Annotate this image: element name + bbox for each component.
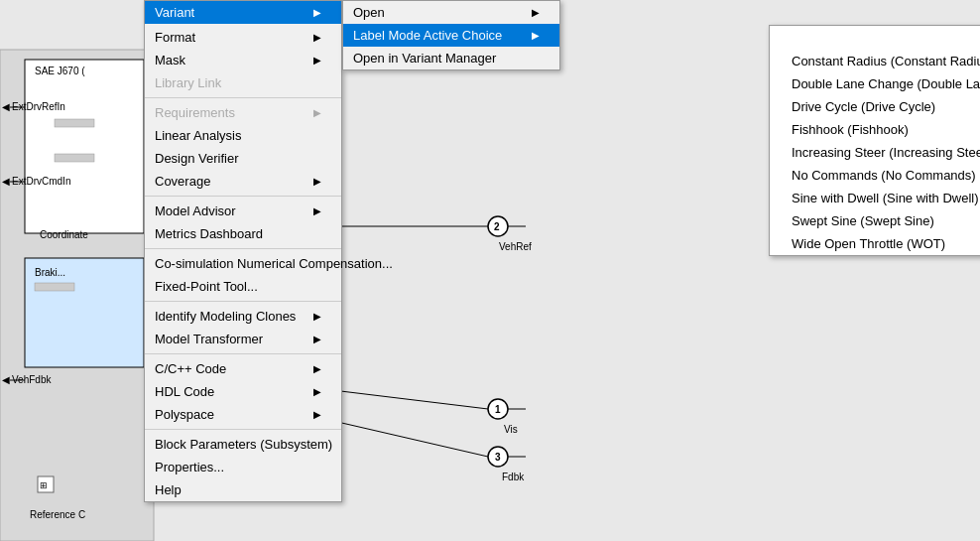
sine-dwell-label: Sine with Dwell (Sine with Dwell) — [792, 191, 979, 205]
metrics-dashboard-label: Metrics Dashboard — [155, 226, 263, 241]
model-advisor-label: Model Advisor — [155, 203, 236, 218]
menu-item-help[interactable]: Help — [145, 478, 341, 501]
menu-item-increasing-steer[interactable]: Increasing Steer (Increasing Steer) — [770, 141, 980, 164]
cosim-label: Co-simulation Numerical Compensation... — [155, 256, 393, 271]
svg-text:3: 3 — [495, 452, 501, 463]
hdl-code-arrow-icon: ▶ — [313, 386, 321, 397]
open-label: Open — [353, 5, 385, 20]
svg-text:Reference C: Reference C — [30, 509, 85, 520]
menu-item-open-variant-mgr[interactable]: Open in Variant Manager — [343, 47, 559, 69]
variant-header-label: Variant — [155, 5, 194, 20]
svg-rect-2 — [25, 60, 144, 233]
menu-item-metrics-dashboard[interactable]: Metrics Dashboard — [145, 222, 341, 245]
svg-text:ExtDrvRefIn: ExtDrvRefIn — [12, 101, 65, 112]
coverage-label: Coverage — [155, 174, 210, 189]
transformer-arrow-icon: ▶ — [313, 334, 321, 344]
menu-item-hdl-code[interactable]: HDL Code ▶ — [145, 380, 341, 403]
svg-text:◀: ◀ — [2, 176, 10, 187]
variant-menu: Variant ▶ Format ▶ Mask ▶ Library Link R… — [144, 0, 342, 502]
polyspace-label: Polyspace — [155, 407, 214, 422]
identify-arrow-icon: ▶ — [313, 311, 321, 322]
svg-text:Vis: Vis — [504, 424, 518, 435]
menu-item-c-code[interactable]: C/C++ Code ▶ — [145, 357, 341, 380]
menu-item-block-params[interactable]: Block Parameters (Subsystem) — [145, 433, 341, 456]
divider-3 — [145, 248, 341, 249]
menu-item-format[interactable]: Format ▶ — [145, 26, 341, 49]
menu-item-model-advisor[interactable]: Model Advisor ▶ — [145, 200, 341, 222]
format-label: Format — [155, 30, 195, 45]
variant-arrow-icon: ▶ — [313, 7, 321, 18]
menu-item-coverage[interactable]: Coverage ▶ — [145, 170, 341, 193]
open-variant-mgr-label: Open in Variant Manager — [353, 51, 496, 66]
label-mode-arrow-icon: ▶ — [532, 30, 540, 41]
menu-item-constant-radius[interactable]: Constant Radius (Constant Radius) — [770, 50, 980, 72]
svg-text:⊞: ⊞ — [40, 480, 48, 490]
constant-radius-label: Constant Radius (Constant Radius) — [792, 54, 980, 68]
variant-submenu: Open ▶ Label Mode Active Choice ▶ Open i… — [342, 0, 560, 70]
svg-text:1: 1 — [495, 404, 501, 415]
menu-item-fixed-point[interactable]: Fixed-Point Tool... — [145, 275, 341, 298]
coverage-arrow-icon: ▶ — [313, 176, 321, 187]
menu-item-properties[interactable]: Properties... — [145, 456, 341, 478]
mask-label: Mask — [155, 53, 185, 68]
mask-arrow-icon: ▶ — [313, 55, 321, 66]
library-link-label: Library Link — [155, 75, 221, 90]
menu-item-design-verifier[interactable]: Design Verifier — [145, 147, 341, 170]
check-icon: ✓ — [772, 31, 782, 45]
model-advisor-arrow-icon: ▶ — [313, 205, 321, 216]
variant-header[interactable]: Variant ▶ — [145, 1, 341, 24]
menu-item-braking-choice[interactable]: ✓ Braking (Braking) ↖ — [770, 26, 980, 50]
svg-rect-11 — [55, 154, 94, 162]
menu-item-polyspace[interactable]: Polyspace ▶ — [145, 403, 341, 426]
swept-sine-label: Swept Sine (Swept Sine) — [792, 213, 934, 228]
menu-item-drive-cycle[interactable]: Drive Cycle (Drive Cycle) — [770, 95, 980, 118]
c-code-label: C/C++ Code — [155, 361, 226, 376]
identify-label: Identify Modeling Clones — [155, 309, 296, 324]
menu-item-transformer[interactable]: Model Transformer ▶ — [145, 328, 341, 350]
svg-text:SAE J670 (: SAE J670 ( — [35, 66, 85, 76]
braking-choice-label: Braking (Braking) — [792, 31, 891, 46]
transformer-label: Model Transformer — [155, 332, 263, 346]
svg-text:Fdbk: Fdbk — [502, 472, 525, 482]
menu-item-wot[interactable]: Wide Open Throttle (WOT) — [770, 232, 980, 255]
svg-rect-15 — [35, 283, 74, 291]
divider-1 — [145, 97, 341, 98]
menu-item-cosim[interactable]: Co-simulation Numerical Compensation... — [145, 252, 341, 275]
menu-item-mask[interactable]: Mask ▶ — [145, 49, 341, 71]
svg-rect-10 — [55, 119, 94, 127]
fishhook-label: Fishhook (Fishhook) — [792, 122, 909, 137]
svg-text:◀: ◀ — [2, 101, 10, 112]
help-label: Help — [155, 482, 182, 497]
menu-item-fishhook[interactable]: Fishhook (Fishhook) — [770, 118, 980, 141]
menu-item-requirements: Requirements ▶ — [145, 101, 341, 124]
choices-submenu: ✓ Braking (Braking) ↖ Constant Radius (C… — [769, 25, 980, 256]
properties-label: Properties... — [155, 460, 224, 474]
open-arrow-icon: ▶ — [532, 7, 540, 18]
svg-text:ExtDrvCmdIn: ExtDrvCmdIn — [12, 176, 70, 187]
svg-text:Coordinate: Coordinate — [40, 229, 88, 240]
divider-4 — [145, 301, 341, 302]
design-verifier-label: Design Verifier — [155, 151, 239, 166]
double-lane-label: Double Lane Change (Double Lane Change) — [792, 76, 980, 91]
svg-text:Braki...: Braki... — [35, 267, 65, 278]
menu-item-label-mode[interactable]: Label Mode Active Choice ▶ — [343, 24, 559, 47]
menu-item-no-commands[interactable]: No Commands (No Commands) — [770, 164, 980, 187]
wot-label: Wide Open Throttle (WOT) — [792, 236, 945, 251]
linear-analysis-label: Linear Analysis — [155, 128, 241, 143]
requirements-arrow-icon: ▶ — [313, 107, 321, 118]
menu-item-identify[interactable]: Identify Modeling Clones ▶ — [145, 305, 341, 328]
block-params-label: Block Parameters (Subsystem) — [155, 437, 332, 452]
requirements-label: Requirements — [155, 105, 235, 120]
svg-text:◀: ◀ — [2, 374, 10, 385]
menu-item-double-lane[interactable]: Double Lane Change (Double Lane Change) — [770, 72, 980, 95]
menu-item-sine-dwell[interactable]: Sine with Dwell (Sine with Dwell) — [770, 187, 980, 209]
menu-item-swept-sine[interactable]: Swept Sine (Swept Sine) — [770, 209, 980, 232]
menu-item-open[interactable]: Open ▶ — [343, 1, 559, 24]
divider-6 — [145, 429, 341, 430]
drive-cycle-label: Drive Cycle (Drive Cycle) — [792, 99, 935, 114]
increasing-steer-label: Increasing Steer (Increasing Steer) — [792, 145, 980, 160]
svg-text:VehRef: VehRef — [499, 241, 532, 252]
c-code-arrow-icon: ▶ — [313, 363, 321, 374]
polyspace-arrow-icon: ▶ — [313, 409, 321, 420]
menu-item-linear-analysis[interactable]: Linear Analysis — [145, 124, 341, 147]
